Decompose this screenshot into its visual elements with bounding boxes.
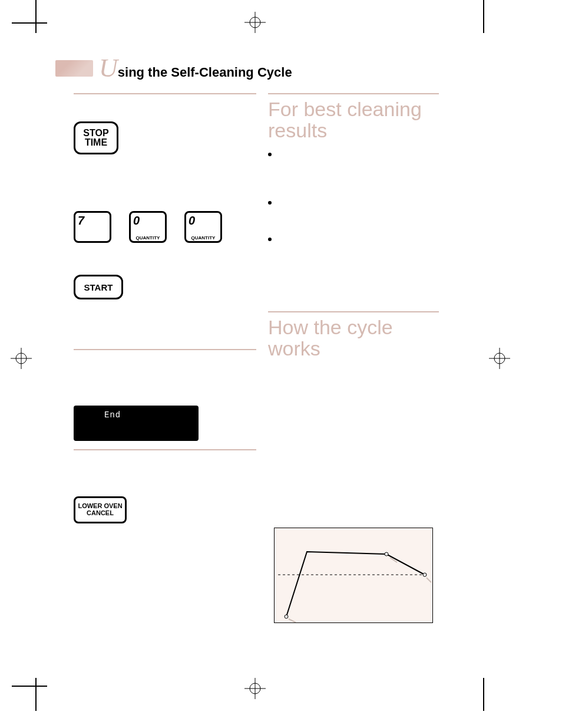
rule [74, 449, 256, 450]
digit-value: 0 [189, 214, 195, 228]
rule [74, 93, 256, 94]
stop-time-button[interactable]: STOP TIME [74, 121, 118, 154]
start-button[interactable]: START [74, 275, 123, 299]
crop-mark [483, 0, 484, 33]
brand-swatch-icon [55, 60, 93, 77]
bullet-item [268, 197, 439, 205]
left-column [74, 93, 256, 94]
svg-line-16 [289, 619, 296, 622]
oven-display: End [74, 406, 199, 441]
digit-value: 7 [78, 214, 84, 228]
svg-point-13 [285, 615, 288, 618]
digit-value: 0 [133, 214, 140, 228]
digit-sublabel: QUANTITY [131, 235, 165, 241]
bullet-icon [268, 238, 272, 241]
step-digits: 7 0QUANTITY 0QUANTITY [74, 211, 256, 243]
temperature-curve-figure [274, 528, 433, 623]
crop-mark [12, 686, 47, 687]
register-mark-icon [244, 12, 266, 33]
heading-text: How the cycle works [268, 317, 439, 359]
bullet-icon [268, 153, 272, 156]
display-text: End [104, 410, 121, 420]
step-start: START [74, 275, 256, 299]
rule [268, 311, 439, 312]
bullet-icon [268, 201, 272, 205]
title-drop-cap: U [99, 55, 118, 81]
register-mark-icon [244, 678, 266, 699]
crop-mark [35, 678, 37, 711]
bullet-item [268, 149, 439, 156]
heading-best-results: For best cleaning results [268, 99, 439, 141]
register-mark-icon [489, 348, 510, 369]
rule [74, 349, 256, 350]
svg-point-15 [423, 573, 427, 577]
keypad-7-button[interactable]: 7 [74, 211, 111, 243]
keypad-0-button[interactable]: 0QUANTITY [129, 211, 167, 243]
crop-mark [12, 22, 47, 24]
bullet-item [268, 234, 439, 241]
crop-mark [483, 678, 484, 711]
digit-sublabel: QUANTITY [186, 235, 220, 241]
step-cancel: LOWER OVEN CANCEL [74, 496, 256, 523]
register-mark-icon [11, 348, 32, 369]
crop-mark [35, 0, 37, 33]
heading-how-works: How the cycle works [268, 317, 439, 359]
page: U sing the Self-Cleaning Cycle STOP TIME… [0, 0, 562, 728]
lower-oven-cancel-button[interactable]: LOWER OVEN CANCEL [74, 496, 127, 523]
right-column: For best cleaning results [268, 93, 439, 241]
svg-point-14 [385, 552, 388, 556]
svg-line-18 [427, 578, 431, 582]
title-text: sing the Self-Cleaning Cycle [118, 65, 292, 80]
step-stop-time: STOP TIME [74, 121, 256, 154]
keypad-0-button[interactable]: 0QUANTITY [184, 211, 222, 243]
page-title: U sing the Self-Cleaning Cycle [55, 55, 292, 81]
rule [268, 93, 439, 94]
chart-svg [275, 528, 432, 622]
display-panel: End [74, 406, 256, 441]
